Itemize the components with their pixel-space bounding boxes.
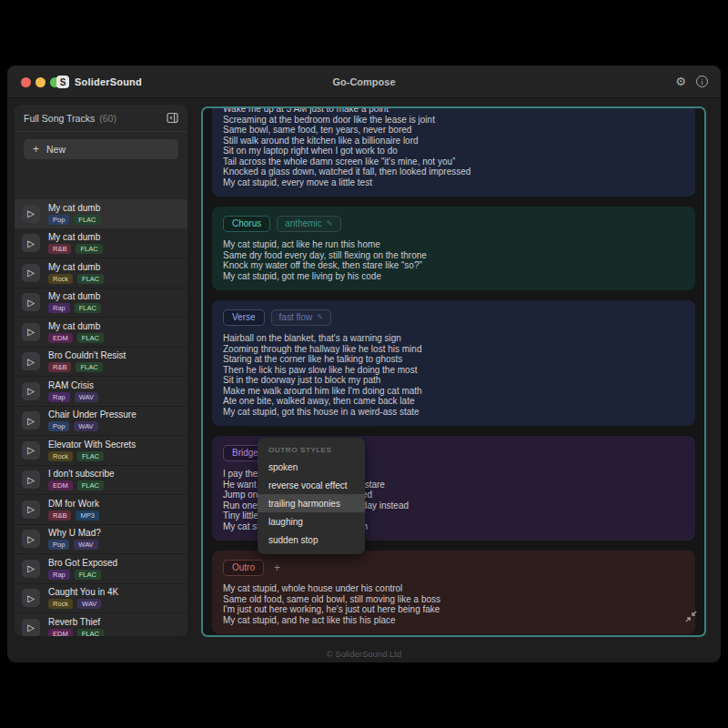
- track-info: My cat dumbRapFLAC: [48, 291, 101, 313]
- format-badge: WAV: [77, 599, 101, 609]
- track-info: My cat dumbRockFLAC: [48, 262, 104, 284]
- genre-badge: Rap: [48, 392, 70, 402]
- section-tag-label: anthemic: [285, 218, 322, 229]
- lyrics-text[interactable]: Hairball on the blanket, that's a warnin…: [223, 333, 684, 417]
- lyrics-text[interactable]: My cat stupid, act like he run this home…: [223, 239, 684, 281]
- lyrics-section: Versefast flow✎Hairball on the blanket, …: [212, 300, 695, 426]
- play-icon[interactable]: ▷: [22, 589, 40, 607]
- track-title: RAM Crisis: [48, 380, 98, 390]
- track-row[interactable]: ▷My cat dumbR&BFLAC: [15, 229, 187, 259]
- track-title: My cat dumb: [48, 321, 104, 331]
- track-info: My cat dumbPopFLAC: [48, 203, 101, 225]
- track-row[interactable]: ▷My cat dumbRapFLAC: [15, 288, 187, 318]
- track-title: Bro Couldn't Resist: [48, 350, 126, 360]
- track-title: Bro Got Exposed: [48, 558, 117, 568]
- settings-gear-icon[interactable]: ⚙: [675, 75, 686, 88]
- play-icon[interactable]: ▷: [22, 411, 40, 430]
- collapse-editor-icon[interactable]: [684, 610, 698, 627]
- track-row[interactable]: ▷Why U Mad?PopWAV: [15, 525, 187, 555]
- genre-badge: Rock: [48, 274, 73, 284]
- track-count: (60): [99, 113, 116, 124]
- track-row[interactable]: ▷DM for WorkR&BMP3: [15, 495, 187, 525]
- track-row[interactable]: ▷Reverb ThiefEDMFLAC: [15, 613, 187, 636]
- section-tag-chip[interactable]: anthemic✎: [277, 216, 340, 232]
- dropdown-option[interactable]: spoken: [258, 458, 365, 476]
- track-row[interactable]: ▷RAM CrisisRapWAV: [15, 377, 187, 407]
- genre-badge: EDM: [48, 480, 73, 490]
- info-icon[interactable]: i: [696, 76, 708, 87]
- lyrics-editor[interactable]: Wake me up at 3 AM just to make a point …: [201, 106, 706, 637]
- format-badge: FLAC: [74, 215, 100, 225]
- track-row[interactable]: ▷My cat dumbPopFLAC: [15, 199, 187, 229]
- edit-pencil-icon: ✎: [327, 218, 333, 229]
- lyrics-text[interactable]: Wake me up at 3 AM just to make a point …: [223, 108, 684, 187]
- track-title: Why U Mad?: [48, 528, 101, 538]
- footer-copyright: © SoliderSound Ltd: [7, 649, 721, 659]
- section-type-chip[interactable]: Outro: [223, 560, 264, 576]
- format-badge: WAV: [74, 421, 97, 431]
- genre-badge: Rock: [48, 599, 73, 609]
- play-icon[interactable]: ▷: [22, 470, 40, 489]
- track-title: My cat dumb: [48, 291, 101, 301]
- track-info: My cat dumbEDMFLAC: [48, 321, 104, 343]
- track-info: Reverb ThiefEDMFLAC: [48, 617, 104, 636]
- track-title: My cat dumb: [48, 203, 101, 213]
- play-icon[interactable]: ▷: [22, 619, 40, 636]
- section-tag-chip[interactable]: fast flow✎: [271, 309, 331, 326]
- lyrics-section: Wake me up at 3 AM just to make a point …: [212, 108, 695, 197]
- play-icon[interactable]: ▷: [22, 500, 40, 519]
- track-row[interactable]: ▷Bro Got ExposedRapFLAC: [15, 554, 187, 584]
- track-row[interactable]: ▷Elevator With SecretsRockFLAC: [15, 436, 187, 466]
- section-type-chip[interactable]: Verse: [223, 309, 265, 326]
- new-track-button[interactable]: + New: [24, 139, 178, 159]
- play-icon[interactable]: ▷: [22, 441, 40, 460]
- track-title: Chair Under Pressure: [48, 410, 136, 420]
- section-chip-row: Outro+: [223, 560, 684, 576]
- dropdown-option[interactable]: trailing harmonies: [258, 494, 365, 512]
- lyrics-section: Chorusanthemic✎My cat stupid, act like h…: [212, 207, 695, 290]
- play-icon[interactable]: ▷: [22, 205, 40, 223]
- track-row[interactable]: ▷Bro Couldn't ResistR&BFLAC: [15, 348, 187, 378]
- track-row[interactable]: ▷I don't subscribeEDMFLAC: [15, 466, 187, 496]
- format-badge: FLAC: [76, 362, 102, 372]
- track-row[interactable]: ▷Caught You in 4KRockWAV: [15, 584, 187, 614]
- plus-icon: +: [33, 143, 39, 156]
- track-row[interactable]: ▷Chair Under PressurePopWAV: [15, 407, 187, 437]
- outro-styles-dropdown: OUTRO STYLES spokenreverse vocal effectt…: [258, 438, 365, 554]
- play-icon[interactable]: ▷: [22, 382, 40, 400]
- track-badges: PopWAV: [48, 540, 101, 550]
- genre-badge: Pop: [48, 540, 69, 550]
- track-info: DM for WorkR&BMP3: [48, 499, 99, 521]
- dropdown-option[interactable]: reverse vocal effect: [258, 476, 365, 494]
- track-row[interactable]: ▷My cat dumbEDMFLAC: [15, 318, 187, 348]
- genre-badge: EDM: [48, 333, 73, 343]
- play-icon[interactable]: ▷: [22, 264, 40, 282]
- track-info: My cat dumbR&BFLAC: [48, 232, 103, 254]
- format-badge: WAV: [74, 540, 97, 550]
- play-icon[interactable]: ▷: [22, 530, 40, 548]
- track-badges: EDMFLAC: [48, 333, 104, 343]
- track-title: Caught You in 4K: [48, 587, 118, 597]
- play-icon[interactable]: ▷: [22, 293, 40, 311]
- genre-badge: R&B: [48, 244, 71, 254]
- genre-badge: Pop: [48, 421, 69, 431]
- track-info: Caught You in 4KRockWAV: [48, 587, 118, 609]
- format-badge: FLAC: [75, 303, 101, 313]
- track-row[interactable]: ▷My cat dumbRockFLAC: [15, 258, 187, 288]
- lyrics-section: Outro+My cat stupid, whole house under h…: [212, 551, 695, 634]
- collapse-sidebar-icon[interactable]: [167, 112, 178, 124]
- lyrics-text[interactable]: My cat stupid, whole house under his con…: [223, 583, 684, 625]
- section-type-chip[interactable]: Chorus: [223, 216, 270, 232]
- play-icon[interactable]: ▷: [22, 352, 40, 370]
- play-icon[interactable]: ▷: [22, 560, 40, 578]
- dropdown-option[interactable]: laughing: [258, 512, 365, 531]
- format-badge: FLAC: [76, 244, 102, 254]
- dropdown-option[interactable]: sudden stop: [258, 531, 365, 549]
- sidebar-title: Full Song Tracks: [24, 113, 95, 124]
- track-badges: PopWAV: [48, 421, 136, 431]
- dropdown-label: OUTRO STYLES: [258, 446, 365, 458]
- add-tag-button[interactable]: +: [274, 561, 280, 574]
- play-icon[interactable]: ▷: [22, 234, 40, 252]
- track-badges: EDMFLAC: [48, 629, 104, 636]
- play-icon[interactable]: ▷: [22, 323, 40, 341]
